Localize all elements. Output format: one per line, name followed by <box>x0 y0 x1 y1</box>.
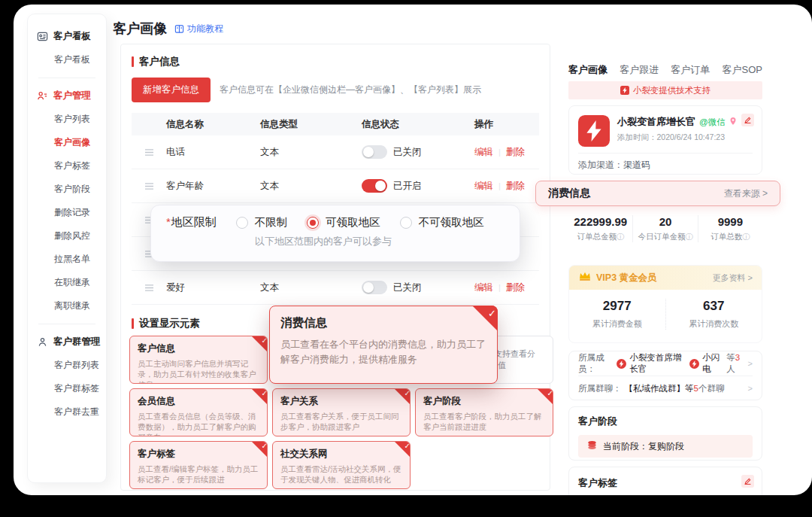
drag-handle-icon[interactable] <box>132 182 166 190</box>
element-card-member-info[interactable]: 会员信息 员工查看会员信息（会员等级、消费数据），助力员工了解客户的购买意向 ✓ <box>129 388 268 436</box>
selected-check-icon: ✓ <box>537 388 553 405</box>
selected-check-icon: ✓ <box>472 306 498 331</box>
status-toggle[interactable] <box>362 281 387 294</box>
customer-manage-icon <box>37 90 48 102</box>
element-card-customer-relation[interactable]: 客户关系 员工查看客户关系，便于员工间同步客户，协助跟进客户 ✓ <box>272 388 411 436</box>
vip-card: VIP3 黄金会员 更多资料 > 2977 累计消费金额 637 累计消费次数 <box>568 265 762 343</box>
delete-link[interactable]: 删除 <box>506 146 525 159</box>
current-stage-row[interactable]: 当前阶段：复购阶段 <box>578 435 753 458</box>
info-icon[interactable]: ⓘ <box>685 233 692 241</box>
tab-customer-sop[interactable]: 客户SOP <box>723 63 762 77</box>
edit-link[interactable]: 编辑 <box>474 180 493 193</box>
element-card-consume-info-featured[interactable]: 消费信息 员工查看在各个平台内的消费信息，助力员工了解客户消费能力，提供精准服务… <box>269 306 498 384</box>
stat-order-total-amount: 222999.99 订单总金额ⓘ <box>568 215 633 242</box>
members-card: 所属成员： 小裂变首席增长官 小闪电 等3人 > 所属群聊： 【私域作战群】等5… <box>568 351 762 400</box>
element-card-social-network[interactable]: 社交关系网 员工查看雷达/活动社交关系网，便于发现关键人物、促进商机转化 ✓ <box>272 441 411 489</box>
sidebar: 客户看板 客户看板 客户管理 客户列表 客户画像 客户标签 客户阶段 删除记录 … <box>27 14 107 483</box>
drag-handle-icon[interactable] <box>132 148 166 157</box>
sidebar-section-customer-manage[interactable]: 客户管理 <box>28 84 106 108</box>
selected-check-icon: ✓ <box>394 388 411 405</box>
tutorial-link[interactable]: 功能教程 <box>174 23 223 35</box>
vip-banner: VIP3 黄金会员 更多资料 > <box>569 266 762 290</box>
gender-pin-icon <box>729 115 737 129</box>
edit-link[interactable]: 编辑 <box>474 146 493 159</box>
add-customer-info-button[interactable]: 新增客户信息 <box>132 78 211 102</box>
sidebar-item-kanban[interactable]: 客户看板 <box>28 48 106 71</box>
sidebar-section-label: 客户看板 <box>53 30 91 43</box>
customer-stage-card: 客户阶段 当前阶段：复购阶段 <box>568 406 762 461</box>
sidebar-item-customer-stage[interactable]: 客户阶段 <box>28 178 106 201</box>
sidebar-item-customer-tags[interactable]: 客户标签 <box>28 154 106 178</box>
table-row: 客户年龄 文本 已开启 编辑|删除 <box>132 169 539 203</box>
radio-allowed-region[interactable]: 可领取地区 <box>307 215 380 230</box>
drag-handle-icon[interactable] <box>132 284 166 292</box>
info-icon[interactable]: ⓘ <box>742 233 750 241</box>
info-icon[interactable]: ⓘ <box>617 233 624 241</box>
sidebar-item-customer-list[interactable]: 客户列表 <box>28 108 106 131</box>
sidebar-item-blacklist[interactable]: 拉黑名单 <box>28 248 106 271</box>
selected-check-icon: ✓ <box>394 441 411 458</box>
xiaoliebian-logo-icon <box>620 86 629 95</box>
selected-check-icon: ✓ <box>251 388 268 405</box>
sidebar-item-group-dedupe[interactable]: 客户群去重 <box>28 400 106 424</box>
divider <box>578 153 753 154</box>
crown-icon <box>578 271 592 284</box>
customer-info-hint: 客户信息可在【企业微信侧边栏—客户画像】、【客户列表】展示 <box>220 84 481 96</box>
add-time: 添加时间：2020/6/24 10:47:23 <box>617 132 753 143</box>
sidebar-item-resign-inherit[interactable]: 离职继承 <box>28 294 106 318</box>
tab-customer-follow[interactable]: 客户跟进 <box>620 63 659 77</box>
wechat-tag: @微信 <box>699 117 726 128</box>
radio-forbidden-region[interactable]: 不可领取地区 <box>400 215 484 230</box>
radio-icon[interactable] <box>236 217 248 229</box>
status-toggle[interactable] <box>362 179 387 193</box>
edit-profile-icon[interactable] <box>741 114 754 126</box>
order-stats: 222999.99 订单总金额ⓘ 20 今日订单金额ⓘ 9999 订单总数ⓘ <box>568 215 762 242</box>
sidebar-section-label: 客户群管理 <box>53 336 101 348</box>
sidebar-item-group-list[interactable]: 客户群列表 <box>28 354 106 377</box>
table-header: 信息名称 信息类型 信息状态 操作 <box>132 113 539 135</box>
app-window: 客户看板 客户看板 客户管理 客户列表 客户画像 客户标签 客户阶段 删除记录 … <box>14 5 812 495</box>
edit-tags-icon[interactable] <box>741 475 754 488</box>
sidebar-item-onjob-inherit[interactable]: 在职继承 <box>28 271 106 294</box>
add-channel: 添加渠道：渠道码 <box>578 159 650 172</box>
element-card-customer-tag[interactable]: 客户标签 员工查看/编辑客户标签，助力员工标记客户，便于后续跟进 ✓ <box>129 441 268 489</box>
stat-today-order-amount: 20 今日订单金额ⓘ <box>633 215 698 242</box>
radio-no-limit[interactable]: 不限制 <box>236 215 288 230</box>
section-accent-bar <box>132 56 134 67</box>
sidebar-section-group-manage[interactable]: 客户群管理 <box>28 330 106 354</box>
consume-info-title: 消费信息 <box>548 187 590 200</box>
sidebar-item-group-tags[interactable]: 客户群标签 <box>28 377 106 400</box>
stat-total-consume-amount: 2977 累计消费金额 <box>569 299 666 330</box>
radio-icon[interactable] <box>400 217 412 229</box>
xiaoliebian-logo-icon <box>617 359 626 369</box>
table-row: 电话 文本 已关闭 编辑|删除 <box>132 135 539 169</box>
region-restriction-label: *地区限制 <box>166 215 217 230</box>
selected-check-icon: ✓ <box>251 441 268 458</box>
tab-customer-portrait[interactable]: 客户画像 <box>568 63 607 77</box>
delete-link[interactable]: 删除 <box>506 281 525 294</box>
element-card-customer-info[interactable]: 客户信息 员工主动询问客户信息并填写记录，助力员工有针对性的收集客户信息 ✓ <box>129 336 268 384</box>
owner-groups-row[interactable]: 所属群聊： 【私域作战群】等5个群聊 > <box>578 376 753 400</box>
stat-order-count: 9999 订单总数ⓘ <box>698 215 762 242</box>
owner-members-row[interactable]: 所属成员： 小裂变首席增长官 小闪电 等3人 > <box>578 351 753 376</box>
sidebar-item-delete-risk[interactable]: 删除风控 <box>28 224 106 248</box>
tags-card-title: 客户标签 <box>578 476 753 490</box>
sidebar-item-customer-portrait[interactable]: 客户画像 <box>28 131 106 154</box>
sidebar-item-delete-record[interactable]: 删除记录 <box>28 201 106 224</box>
status-toggle[interactable] <box>362 145 387 159</box>
section-title-customer-info: 客户信息 <box>132 55 539 68</box>
radio-selected-icon[interactable] <box>307 217 319 229</box>
sidebar-divider <box>38 78 95 78</box>
customer-name: 小裂变首席增长官 <box>617 115 695 129</box>
edit-link[interactable]: 编辑 <box>474 281 493 294</box>
element-card-customer-stage[interactable]: 客户阶段 员工查看客户阶段，助力员工了解客户当前跟进进度 ✓ <box>415 388 553 436</box>
dashboard-icon <box>37 31 48 42</box>
sidebar-section-kanban[interactable]: 客户看板 <box>28 25 106 48</box>
delete-link[interactable]: 删除 <box>506 180 525 193</box>
more-info-link[interactable]: 更多资料 > <box>713 272 753 284</box>
view-source-link[interactable]: 查看来源 > <box>724 187 768 200</box>
stat-total-consume-count: 637 累计消费次数 <box>666 299 762 330</box>
table-row: 爱好 文本 已关闭 编辑|删除 <box>132 271 539 305</box>
tab-customer-order[interactable]: 客户订单 <box>671 63 710 77</box>
chevron-right-icon: > <box>748 384 753 393</box>
